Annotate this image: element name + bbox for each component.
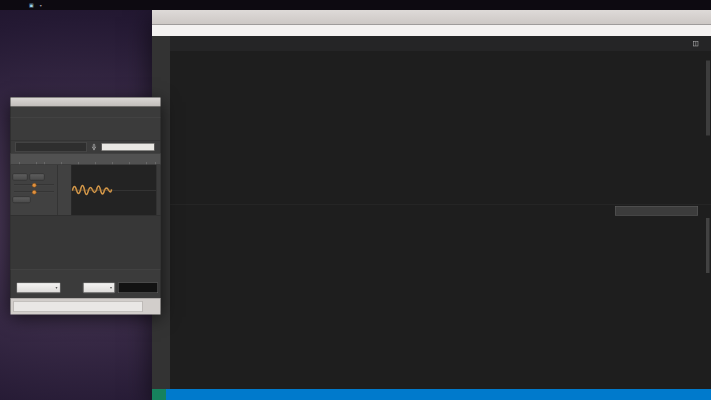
audacity-status-text xyxy=(14,301,143,312)
recording-meter[interactable] xyxy=(102,143,155,151)
project-rate-select[interactable]: ▾ xyxy=(17,283,61,294)
desktop-background: ▣ ▾ xyxy=(0,0,711,400)
mute-button[interactable] xyxy=(13,174,28,181)
track-select-button[interactable] xyxy=(13,197,31,204)
gain-slider-thumb[interactable] xyxy=(32,183,37,188)
waveform-area[interactable] xyxy=(72,165,157,215)
status-bar xyxy=(152,389,711,400)
gnome-top-bar: ▣ ▾ xyxy=(0,0,711,10)
vscode-app-icon: ▣ xyxy=(29,2,34,8)
code-editor[interactable] xyxy=(170,59,711,205)
vscode-window xyxy=(152,10,711,400)
vertical-scale xyxy=(58,165,72,215)
audio-track xyxy=(11,165,161,215)
audacity-title-bar[interactable] xyxy=(11,98,161,107)
selection-toolbar: ▾ ▾ xyxy=(11,270,161,299)
editor-tab-bar xyxy=(170,36,711,51)
device-toolbar xyxy=(11,141,161,154)
snap-to-select[interactable]: ▾ xyxy=(83,283,115,294)
track-area-empty xyxy=(11,215,161,270)
bottom-panel xyxy=(170,205,711,390)
editor-scrollbar[interactable] xyxy=(706,61,710,136)
gain-slider[interactable] xyxy=(13,183,56,188)
timeline-ruler[interactable] xyxy=(11,153,161,165)
terminal-selector[interactable] xyxy=(615,206,698,216)
app-menu-button[interactable]: ▣ ▾ xyxy=(29,2,42,8)
split-editor-icon[interactable] xyxy=(693,40,700,47)
vscode-menu-bar xyxy=(152,25,711,37)
track-control-panel xyxy=(11,165,59,215)
terminal-scrollbar[interactable] xyxy=(706,218,710,273)
audio-host-select[interactable] xyxy=(16,142,87,152)
audacity-window: ▾ ▾ xyxy=(10,97,161,312)
waveform xyxy=(72,165,162,215)
audio-position-display[interactable] xyxy=(118,283,158,294)
panel-header xyxy=(170,205,711,216)
vscode-title-bar[interactable] xyxy=(152,10,711,25)
pan-slider-thumb[interactable] xyxy=(32,190,37,195)
remote-indicator[interactable] xyxy=(152,389,166,400)
transport-toolbar xyxy=(11,118,161,141)
microphone-icon xyxy=(91,143,98,151)
terminal[interactable] xyxy=(170,216,711,389)
pan-slider[interactable] xyxy=(13,190,56,195)
audacity-status-bar xyxy=(11,298,161,315)
solo-button[interactable] xyxy=(30,174,45,181)
chevron-down-icon: ▾ xyxy=(40,3,42,8)
audacity-menu-bar xyxy=(11,107,161,118)
breadcrumb[interactable] xyxy=(170,51,711,59)
